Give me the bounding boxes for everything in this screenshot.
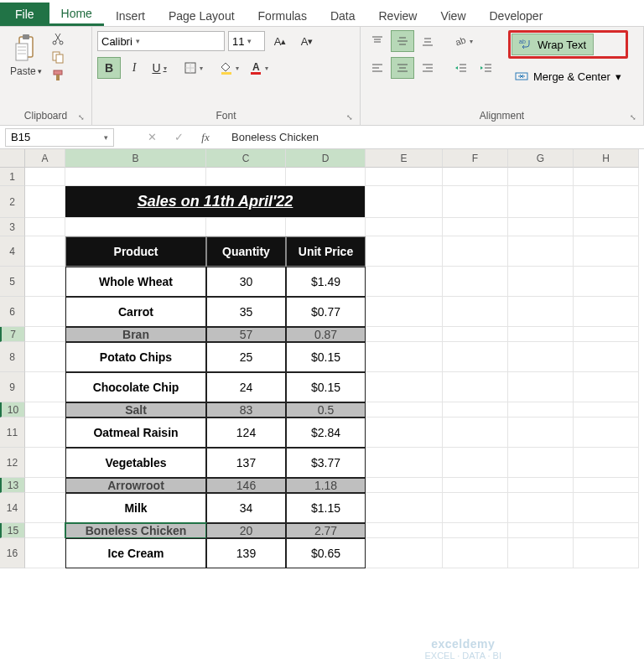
paste-button[interactable]: Paste▾ xyxy=(5,30,47,80)
cell[interactable] xyxy=(366,297,443,327)
col-header[interactable]: C xyxy=(206,149,286,168)
table-cell[interactable]: Potato Chips xyxy=(65,342,206,372)
align-left-button[interactable] xyxy=(366,57,389,79)
table-cell[interactable]: Salt xyxy=(65,402,206,417)
cell[interactable] xyxy=(25,523,65,538)
table-header[interactable]: Product xyxy=(65,236,206,267)
table-cell[interactable]: 57 xyxy=(206,327,286,342)
cell[interactable] xyxy=(443,523,508,538)
cell[interactable] xyxy=(366,267,443,297)
align-bottom-button[interactable] xyxy=(416,30,439,52)
cell[interactable] xyxy=(366,218,443,236)
col-header[interactable]: D xyxy=(286,149,366,168)
cell[interactable] xyxy=(25,402,65,417)
tab-data[interactable]: Data xyxy=(319,4,367,26)
cell[interactable] xyxy=(443,372,508,402)
row-header[interactable]: 16 xyxy=(0,538,25,568)
cell[interactable] xyxy=(443,417,508,448)
tab-developer[interactable]: Developer xyxy=(478,4,555,26)
cell[interactable] xyxy=(574,402,639,417)
table-cell[interactable]: 35 xyxy=(206,297,286,327)
row-header[interactable]: 1 xyxy=(0,168,25,186)
cell[interactable] xyxy=(574,267,639,297)
select-all-corner[interactable] xyxy=(0,149,25,168)
cell[interactable] xyxy=(443,186,508,218)
cell[interactable] xyxy=(443,236,508,267)
table-cell[interactable]: 0.87 xyxy=(286,327,366,342)
cell[interactable] xyxy=(286,168,366,186)
table-cell[interactable]: Carrot xyxy=(65,297,206,327)
cell[interactable] xyxy=(508,267,574,297)
row-header[interactable]: 12 xyxy=(0,448,25,478)
row-header[interactable]: 15 xyxy=(0,523,25,538)
font-name-combo[interactable]: Calibri▾ xyxy=(97,31,225,51)
cell[interactable] xyxy=(25,538,65,568)
row-header[interactable]: 10 xyxy=(0,402,25,417)
table-cell[interactable]: $0.15 xyxy=(286,342,366,372)
cell[interactable] xyxy=(366,448,443,478)
row-header[interactable]: 3 xyxy=(0,218,25,236)
cell[interactable] xyxy=(574,168,639,186)
cell[interactable] xyxy=(574,236,639,267)
table-cell[interactable]: $0.77 xyxy=(286,297,366,327)
cell[interactable] xyxy=(508,402,574,417)
table-cell[interactable]: 25 xyxy=(206,342,286,372)
cell[interactable] xyxy=(574,372,639,402)
alignment-launcher-icon[interactable]: ⤡ xyxy=(630,113,636,122)
cell[interactable] xyxy=(508,493,574,523)
merge-center-button[interactable]: Merge & Center ▾ xyxy=(508,65,628,87)
row-header[interactable]: 7 xyxy=(0,327,25,342)
cell[interactable] xyxy=(443,402,508,417)
align-middle-button[interactable] xyxy=(391,30,414,52)
cell[interactable] xyxy=(25,168,65,186)
cell[interactable] xyxy=(574,523,639,538)
table-cell[interactable]: $2.84 xyxy=(286,417,366,448)
cell[interactable] xyxy=(574,297,639,327)
tab-page-layout[interactable]: Page Layout xyxy=(157,4,247,26)
table-cell[interactable]: Vegetables xyxy=(65,448,206,478)
decrease-indent-button[interactable] xyxy=(449,57,473,79)
orientation-button[interactable]: ab▾ xyxy=(449,30,477,52)
cell[interactable] xyxy=(508,342,574,372)
table-header[interactable]: Unit Price xyxy=(286,236,366,267)
borders-button[interactable]: ▾ xyxy=(179,57,207,79)
cell[interactable] xyxy=(25,327,65,342)
cell[interactable] xyxy=(508,327,574,342)
underline-button[interactable]: U▾ xyxy=(148,57,171,79)
table-cell[interactable]: 146 xyxy=(206,478,286,493)
cell[interactable] xyxy=(574,186,639,218)
cell[interactable] xyxy=(574,478,639,493)
table-cell[interactable]: 137 xyxy=(206,448,286,478)
table-cell[interactable]: 124 xyxy=(206,417,286,448)
table-cell[interactable]: 30 xyxy=(206,267,286,297)
cell[interactable] xyxy=(574,538,639,568)
format-painter-icon[interactable] xyxy=(50,69,65,82)
cell[interactable] xyxy=(25,372,65,402)
cell[interactable] xyxy=(366,342,443,372)
cell[interactable] xyxy=(574,417,639,448)
cell[interactable] xyxy=(366,523,443,538)
table-cell[interactable]: Bran xyxy=(65,327,206,342)
col-header[interactable]: B xyxy=(65,149,206,168)
cell[interactable] xyxy=(25,478,65,493)
table-cell[interactable]: $0.15 xyxy=(286,372,366,402)
cell[interactable] xyxy=(286,218,366,236)
table-cell[interactable]: 139 xyxy=(206,538,286,568)
table-cell[interactable]: $1.15 xyxy=(286,493,366,523)
row-header[interactable]: 14 xyxy=(0,493,25,523)
cell[interactable] xyxy=(574,342,639,372)
cut-icon[interactable] xyxy=(50,32,65,45)
cell[interactable] xyxy=(574,448,639,478)
cell[interactable] xyxy=(366,327,443,342)
cell[interactable] xyxy=(206,168,286,186)
increase-indent-button[interactable] xyxy=(475,57,498,79)
cell[interactable] xyxy=(366,402,443,417)
cell[interactable] xyxy=(443,218,508,236)
cell[interactable] xyxy=(25,267,65,297)
cell[interactable] xyxy=(508,448,574,478)
table-cell[interactable]: Boneless Chicken xyxy=(65,523,206,538)
font-size-combo[interactable]: 11▾ xyxy=(228,31,265,51)
cell[interactable] xyxy=(443,168,508,186)
cell[interactable] xyxy=(443,538,508,568)
table-cell[interactable]: $3.77 xyxy=(286,448,366,478)
